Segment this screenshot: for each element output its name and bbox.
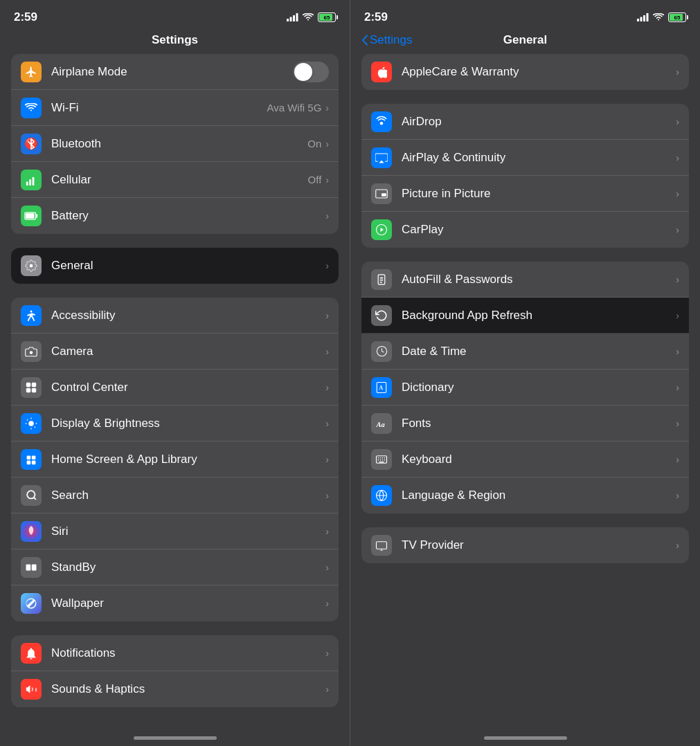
- status-time-left: 2:59: [14, 10, 37, 24]
- wifi-row[interactable]: Wi-Fi Ava Wifi 5G ›: [11, 90, 339, 126]
- svg-rect-32: [637, 19, 639, 21]
- back-button[interactable]: Settings: [361, 33, 412, 47]
- date-time-row[interactable]: Date & Time ›: [361, 334, 689, 370]
- wifi-row-icon: [21, 98, 42, 118]
- applecare-row[interactable]: AppleCare & Warranty ›: [361, 54, 689, 90]
- svg-rect-44: [380, 282, 382, 283]
- standby-icon: [21, 557, 42, 578]
- home-screen-row[interactable]: Home Screen & App Library ›: [11, 442, 339, 477]
- pip-symbol: [375, 188, 388, 199]
- right-scroll[interactable]: AppleCare & Warranty › AirDrop ›: [350, 54, 700, 729]
- fonts-row[interactable]: Aa Fonts ›: [361, 406, 689, 442]
- camera-row[interactable]: Camera ›: [11, 334, 339, 370]
- control-center-chevron: ›: [325, 382, 329, 393]
- general-section: General ›: [11, 248, 339, 284]
- notifications-chevron: ›: [325, 648, 329, 659]
- applecare-icon: [371, 62, 392, 82]
- svg-rect-30: [26, 564, 31, 570]
- svg-point-10: [30, 264, 33, 268]
- autofill-chevron: ›: [676, 274, 679, 285]
- cellular-value: Off: [308, 174, 322, 185]
- refresh-symbol: [375, 309, 388, 322]
- left-scroll[interactable]: Airplane Mode Wi-Fi Ava Wifi 5G ›: [0, 54, 350, 729]
- airplay-continuity-label: AirPlay & Continuity: [402, 151, 676, 165]
- camera-label: Camera: [51, 345, 325, 358]
- control-center-icon: [21, 377, 42, 398]
- standby-row[interactable]: StandBy ›: [11, 549, 339, 585]
- applecare-section: AppleCare & Warranty ›: [361, 54, 689, 90]
- svg-rect-33: [640, 17, 643, 22]
- wallpaper-row[interactable]: Wallpaper ›: [11, 585, 339, 621]
- fonts-label: Fonts: [402, 417, 676, 430]
- siri-chevron: ›: [325, 526, 329, 537]
- svg-rect-31: [32, 564, 37, 570]
- svg-rect-24: [27, 455, 31, 460]
- svg-rect-4: [26, 181, 28, 185]
- svg-point-36: [380, 122, 384, 125]
- language-region-row[interactable]: Language & Region ›: [361, 477, 689, 513]
- svg-text:Aa: Aa: [376, 420, 385, 428]
- sound-symbol: [26, 683, 37, 695]
- display-brightness-label: Display & Brightness: [51, 417, 325, 430]
- wallpaper-chevron: ›: [325, 598, 329, 609]
- display-brightness-row[interactable]: Display & Brightness ›: [11, 406, 339, 442]
- wifi-status-icon: [303, 13, 314, 21]
- search-row[interactable]: Search ›: [11, 477, 339, 513]
- right-panel: 2:59 65 Settings Gener: [350, 0, 700, 746]
- camera-chevron: ›: [325, 346, 329, 357]
- language-region-chevron: ›: [676, 490, 679, 501]
- svg-rect-2: [293, 15, 295, 21]
- pip-row[interactable]: Picture in Picture ›: [361, 176, 689, 212]
- general-row[interactable]: General ›: [11, 248, 339, 284]
- fonts-chevron: ›: [676, 418, 679, 429]
- bt-symbol: [26, 138, 36, 150]
- sounds-haptics-label: Sounds & Haptics: [51, 682, 325, 696]
- accessibility-row[interactable]: Accessibility ›: [11, 298, 339, 334]
- cellular-row-icon: [21, 170, 42, 190]
- airdrop-row[interactable]: AirDrop ›: [361, 104, 689, 140]
- notifications-section: Notifications › Sounds & Haptics ›: [11, 635, 339, 707]
- carplay-icon: [371, 219, 392, 240]
- svg-rect-43: [380, 280, 384, 281]
- accessibility-chevron: ›: [325, 310, 329, 321]
- sounds-haptics-row[interactable]: Sounds & Haptics ›: [11, 671, 339, 707]
- svg-rect-15: [26, 388, 30, 392]
- wifi-chevron: ›: [325, 102, 329, 113]
- svg-rect-5: [29, 179, 31, 185]
- siri-row[interactable]: Siri ›: [11, 513, 339, 549]
- keyboard-row[interactable]: Keyboard ›: [361, 442, 689, 477]
- background-app-refresh-chevron: ›: [676, 310, 679, 321]
- autofill-row[interactable]: AutoFill & Passwords ›: [361, 262, 689, 298]
- carplay-row[interactable]: CarPlay ›: [361, 212, 689, 248]
- airplane-mode-row[interactable]: Airplane Mode: [11, 54, 339, 90]
- airplane-mode-toggle[interactable]: [293, 62, 329, 82]
- display-brightness-icon: [21, 413, 42, 434]
- notification-symbol: [26, 647, 37, 659]
- status-bar-right: 2:59 65: [350, 0, 700, 30]
- svg-rect-6: [33, 177, 35, 185]
- general-icon: [21, 255, 42, 276]
- sounds-haptics-icon: [21, 679, 42, 700]
- cellular-row[interactable]: Cellular Off ›: [11, 162, 339, 198]
- status-time-right: 2:59: [364, 10, 388, 24]
- control-center-symbol: [26, 382, 37, 393]
- bluetooth-row[interactable]: 🔴 Bluetooth On ›: [11, 126, 339, 162]
- tv-provider-row[interactable]: TV Provider ›: [361, 527, 689, 563]
- battery-row[interactable]: Battery ›: [11, 198, 339, 234]
- svg-rect-9: [26, 213, 35, 219]
- background-app-refresh-row[interactable]: Background App Refresh ›: [361, 298, 689, 334]
- notifications-row[interactable]: Notifications ›: [11, 635, 339, 671]
- dictionary-row[interactable]: A Dictionary ›: [361, 370, 689, 406]
- bluetooth-label: Bluetooth: [51, 137, 307, 151]
- pip-label: Picture in Picture: [402, 187, 676, 201]
- airplay-continuity-row[interactable]: AirPlay & Continuity ›: [361, 140, 689, 176]
- brightness-symbol: [25, 417, 37, 430]
- search-chevron: ›: [325, 490, 329, 501]
- cellular-label: Cellular: [51, 173, 308, 187]
- airplay-icon: [371, 147, 392, 168]
- svg-rect-42: [380, 277, 384, 278]
- home-screen-label: Home Screen & App Library: [51, 453, 325, 466]
- notifications-icon: [21, 643, 42, 664]
- control-center-row[interactable]: Control Center ›: [11, 370, 339, 406]
- more-settings-section: Accessibility › Camera ›: [11, 298, 339, 621]
